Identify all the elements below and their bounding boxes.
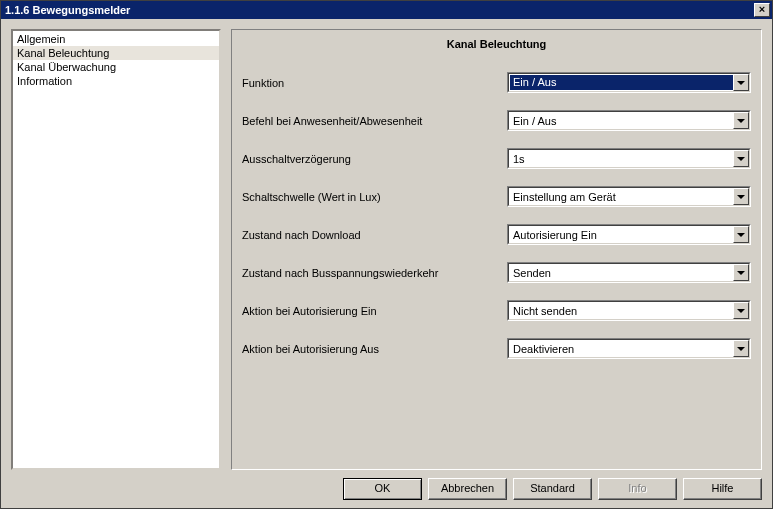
close-button[interactable]: × [754,3,770,17]
row-ausschaltverzoegerung: Ausschaltverzögerung 1s [242,148,751,169]
help-button[interactable]: Hilfe [683,478,762,500]
ok-button[interactable]: OK [343,478,422,500]
select-aktion-ein[interactable]: Nicht senden [507,300,751,321]
chevron-down-icon[interactable] [733,112,749,129]
select-value: Ein / Aus [510,75,733,90]
select-funktion[interactable]: Ein / Aus [507,72,751,93]
select-value: Nicht senden [509,302,733,319]
sidebar-item-label: Kanal Beleuchtung [17,47,109,59]
chevron-down-icon[interactable] [733,340,749,357]
row-befehl: Befehl bei Anwesenheit/Abwesenheit Ein /… [242,110,751,131]
select-value: Senden [509,264,733,281]
select-ausschaltverzoegerung[interactable]: 1s [507,148,751,169]
row-aktion-ein: Aktion bei Autorisierung Ein Nicht sende… [242,300,751,321]
select-befehl[interactable]: Ein / Aus [507,110,751,131]
select-zustand-download[interactable]: Autorisierung Ein [507,224,751,245]
sidebar-item-allgemein[interactable]: Allgemein [13,32,219,46]
sidebar-item-kanal-beleuchtung[interactable]: Kanal Beleuchtung [13,46,219,60]
titlebar: 1.1.6 Bewegungsmelder × [1,1,772,19]
select-schaltschwelle[interactable]: Einstellung am Gerät [507,186,751,207]
cancel-button[interactable]: Abbrechen [428,478,507,500]
label-aktion-aus: Aktion bei Autorisierung Aus [242,343,507,355]
select-zustand-busspannung[interactable]: Senden [507,262,751,283]
label-ausschaltverzoegerung: Ausschaltverzögerung [242,153,507,165]
row-zustand-busspannung: Zustand nach Busspannungswiederkehr Send… [242,262,751,283]
label-aktion-ein: Aktion bei Autorisierung Ein [242,305,507,317]
chevron-down-icon[interactable] [733,302,749,319]
footer: OK Abbrechen Standard Info Hilfe [11,470,762,500]
sidebar-item-label: Allgemein [17,33,65,45]
window: 1.1.6 Bewegungsmelder × Allgemein Kanal … [0,0,773,509]
close-icon: × [759,3,765,15]
standard-button[interactable]: Standard [513,478,592,500]
select-value: Einstellung am Gerät [509,188,733,205]
content-panel: Kanal Beleuchtung Funktion Ein / Aus Bef… [231,29,762,470]
chevron-down-icon[interactable] [733,226,749,243]
sidebar-item-information[interactable]: Information [13,74,219,88]
sidebar-item-kanal-ueberwachung[interactable]: Kanal Überwachung [13,60,219,74]
row-schaltschwelle: Schaltschwelle (Wert in Lux) Einstellung… [242,186,751,207]
dialog-body: Allgemein Kanal Beleuchtung Kanal Überwa… [1,19,772,508]
label-funktion: Funktion [242,77,507,89]
row-aktion-aus: Aktion bei Autorisierung Aus Deaktiviere… [242,338,751,359]
select-aktion-aus[interactable]: Deaktivieren [507,338,751,359]
content-title: Kanal Beleuchtung [242,34,751,72]
sidebar: Allgemein Kanal Beleuchtung Kanal Überwa… [11,29,221,470]
select-value: 1s [509,150,733,167]
row-funktion: Funktion Ein / Aus [242,72,751,93]
main-area: Allgemein Kanal Beleuchtung Kanal Überwa… [11,29,762,470]
label-befehl: Befehl bei Anwesenheit/Abwesenheit [242,115,507,127]
chevron-down-icon[interactable] [733,74,749,91]
select-value: Deaktivieren [509,340,733,357]
row-zustand-download: Zustand nach Download Autorisierung Ein [242,224,751,245]
sidebar-item-label: Kanal Überwachung [17,61,116,73]
label-zustand-busspannung: Zustand nach Busspannungswiederkehr [242,267,507,279]
chevron-down-icon[interactable] [733,188,749,205]
chevron-down-icon[interactable] [733,264,749,281]
label-schaltschwelle: Schaltschwelle (Wert in Lux) [242,191,507,203]
info-button: Info [598,478,677,500]
chevron-down-icon[interactable] [733,150,749,167]
window-title: 1.1.6 Bewegungsmelder [5,4,130,16]
select-value: Autorisierung Ein [509,226,733,243]
select-value: Ein / Aus [509,112,733,129]
sidebar-item-label: Information [17,75,72,87]
label-zustand-download: Zustand nach Download [242,229,507,241]
